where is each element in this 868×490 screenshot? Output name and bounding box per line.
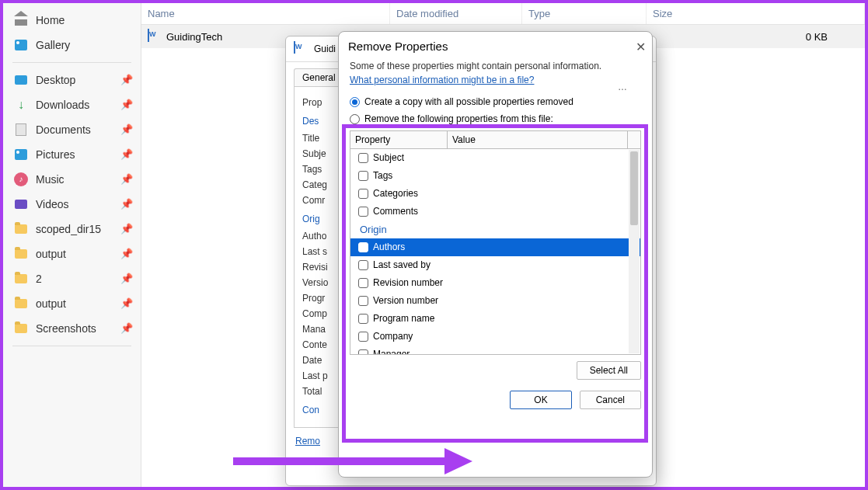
sidebar-item-label: output	[36, 246, 66, 262]
sidebar-item-label: Documents	[36, 122, 91, 137]
list-item-tags[interactable]: Tags	[350, 167, 640, 185]
downloads-icon: ↓	[14, 98, 28, 112]
explorer-sidebar: Home Gallery Desktop 📌 ↓ Downloads 📌 Doc…	[3, 3, 141, 487]
list-item-authors[interactable]: Authors	[350, 238, 640, 256]
folder-icon	[14, 321, 28, 335]
sidebar-item-output2[interactable]: output 📌	[3, 291, 141, 316]
sidebar-item-home[interactable]: Home	[3, 8, 141, 33]
cancel-button[interactable]: Cancel	[580, 391, 641, 409]
remove-properties-dialog: Remove Properties ✕ … Some of these prop…	[338, 31, 653, 478]
pin-icon: 📌	[120, 196, 133, 212]
document-icon	[14, 123, 28, 137]
checkbox-icon	[358, 278, 368, 288]
radio-label: Remove the following properties from thi…	[364, 113, 553, 124]
properties-title: Guidi	[314, 43, 336, 54]
close-icon[interactable]: ✕	[636, 40, 646, 54]
header-property[interactable]: Property	[350, 131, 448, 148]
header-value[interactable]: Value	[448, 131, 628, 148]
column-header-size[interactable]: Size	[647, 3, 865, 24]
dialog-title: Remove Properties	[348, 40, 448, 53]
column-header-type[interactable]: Type	[522, 3, 647, 24]
sidebar-item-documents[interactable]: Documents 📌	[3, 117, 141, 142]
sidebar-item-two[interactable]: 2 📌	[3, 266, 141, 291]
list-section-origin: Origin	[350, 221, 640, 238]
list-item-manager[interactable]: Manager	[350, 346, 640, 355]
checkbox-icon	[358, 153, 368, 163]
desktop-icon	[14, 73, 28, 87]
list-item-company[interactable]: Company	[350, 328, 640, 346]
sidebar-divider	[12, 62, 131, 63]
home-icon	[14, 13, 28, 27]
folder-icon	[14, 272, 28, 286]
pin-icon: 📌	[120, 147, 133, 162]
select-all-button[interactable]: Select All	[577, 361, 641, 380]
pin-icon: 📌	[120, 321, 133, 336]
pictures-icon	[14, 148, 28, 162]
list-item-last-saved-by[interactable]: Last saved by	[350, 256, 640, 274]
sidebar-item-output1[interactable]: output 📌	[3, 242, 141, 266]
list-item-version-number[interactable]: Version number	[350, 292, 640, 310]
pin-icon: 📌	[120, 271, 133, 287]
sidebar-item-label: Pictures	[36, 147, 75, 162]
word-doc-icon	[294, 42, 308, 56]
scroll-thumb[interactable]	[630, 151, 638, 225]
pin-icon: 📌	[120, 296, 133, 311]
sidebar-item-screenshots[interactable]: Screenshots 📌	[3, 316, 141, 341]
list-item-comments[interactable]: Comments	[350, 203, 640, 221]
property-list-header: Property Value	[350, 130, 641, 149]
scrollbar[interactable]	[629, 150, 640, 353]
sidebar-item-label: Home	[36, 12, 64, 28]
list-item-revision-number[interactable]: Revision number	[350, 274, 640, 292]
list-item-subject[interactable]: Subject	[350, 149, 640, 167]
column-header-date[interactable]: Date modified	[390, 3, 522, 24]
file-name: GuidingTech	[166, 31, 222, 43]
music-icon: ♪	[14, 172, 28, 186]
gallery-icon	[14, 38, 28, 52]
dialog-footer: OK Cancel	[339, 386, 652, 409]
checkbox-icon	[358, 171, 368, 181]
header-spacer	[628, 131, 640, 148]
column-headers: Name Date modified Type Size	[141, 3, 865, 25]
sidebar-item-label: scoped_dir15	[36, 221, 101, 237]
list-item-program-name[interactable]: Program name	[350, 310, 640, 328]
sidebar-item-label: Screenshots	[36, 321, 96, 336]
ok-button[interactable]: OK	[510, 391, 571, 409]
word-doc-icon	[148, 30, 162, 43]
checkbox-icon	[358, 296, 368, 306]
tab-general[interactable]: General	[294, 68, 344, 86]
checkbox-icon	[358, 260, 368, 270]
sidebar-divider	[12, 346, 131, 346]
sidebar-item-label: Videos	[36, 196, 69, 212]
folder-icon	[14, 247, 28, 261]
dialog-info-text: Some of these properties might contain p…	[339, 61, 652, 85]
sidebar-item-label: 2	[36, 271, 42, 287]
pin-icon: 📌	[120, 172, 133, 187]
folder-icon	[14, 297, 28, 311]
info-link[interactable]: What personal information might be in a …	[350, 75, 534, 85]
sidebar-item-videos[interactable]: Videos 📌	[3, 192, 141, 217]
pin-icon: 📌	[120, 122, 133, 137]
sidebar-item-label: Gallery	[36, 37, 70, 53]
radio-icon	[350, 114, 360, 124]
checkbox-icon	[358, 242, 368, 252]
sidebar-item-pictures[interactable]: Pictures 📌	[3, 142, 141, 167]
select-all-row: Select All	[339, 355, 652, 386]
sidebar-item-music[interactable]: ♪ Music 📌	[3, 167, 141, 192]
radio-create-copy[interactable]: Create a copy with all possible properti…	[339, 93, 652, 110]
checkbox-icon	[358, 314, 368, 324]
pin-icon: 📌	[120, 72, 133, 88]
radio-remove-following[interactable]: Remove the following properties from thi…	[339, 110, 652, 127]
column-header-name[interactable]: Name	[141, 3, 390, 24]
sidebar-item-scoped[interactable]: scoped_dir15 📌	[3, 217, 141, 242]
sidebar-item-gallery[interactable]: Gallery	[3, 33, 141, 57]
dialog-title-bar[interactable]: Remove Properties ✕	[339, 32, 652, 61]
property-list-body: Subject Tags Categories Comments Origin …	[350, 149, 641, 355]
checkbox-icon	[358, 349, 368, 355]
pin-icon: 📌	[120, 246, 133, 262]
checkbox-icon	[358, 332, 368, 342]
sidebar-item-downloads[interactable]: ↓ Downloads 📌	[3, 92, 141, 117]
list-item-categories[interactable]: Categories	[350, 185, 640, 203]
sidebar-item-label: Downloads	[36, 97, 89, 113]
checkbox-icon	[358, 207, 368, 217]
sidebar-item-desktop[interactable]: Desktop 📌	[3, 68, 141, 92]
